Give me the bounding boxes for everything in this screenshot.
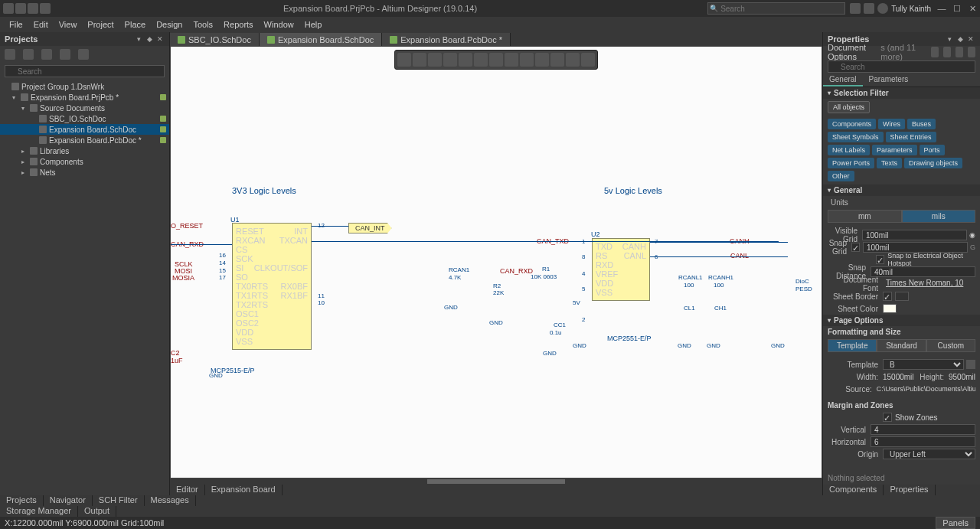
- tree-item[interactable]: ▾Expansion Board.PrjPcb *: [0, 92, 169, 103]
- ab-wire-icon[interactable]: [474, 53, 488, 67]
- tab-components[interactable]: Components: [823, 485, 884, 495]
- sheet-border-color[interactable]: [895, 292, 909, 301]
- filter-other[interactable]: Other: [828, 171, 854, 181]
- menu-tools[interactable]: Tools: [188, 18, 217, 31]
- filter-texts[interactable]: Texts: [877, 158, 902, 168]
- menu-project[interactable]: Project: [83, 18, 118, 31]
- snap-grid-checkbox[interactable]: ✓: [851, 243, 860, 252]
- snap-distance-input[interactable]: [871, 266, 975, 277]
- menu-design[interactable]: Design: [152, 18, 187, 31]
- menu-edit[interactable]: Edit: [29, 18, 53, 31]
- panel-tab[interactable]: SCH Filter: [93, 495, 145, 506]
- save-icon[interactable]: [15, 3, 26, 14]
- filter-drawing-objects[interactable]: Drawing objects: [904, 158, 962, 168]
- show-zones-checkbox[interactable]: ✓: [883, 413, 892, 422]
- filter-power-ports[interactable]: Power Ports: [828, 158, 874, 168]
- ab-bus-icon[interactable]: [489, 53, 503, 67]
- filter-wires[interactable]: Wires: [878, 119, 905, 129]
- tree-item[interactable]: Project Group 1.DsnWrk: [0, 81, 169, 92]
- tree-refresh-icon[interactable]: [60, 49, 70, 60]
- tree-item[interactable]: ▸Nets: [0, 167, 169, 178]
- filter-net-labels[interactable]: Net Labels: [828, 145, 870, 155]
- properties-search-input[interactable]: [828, 60, 975, 73]
- panel-menu-icon[interactable]: ▾: [137, 35, 145, 43]
- visible-grid-input[interactable]: [862, 230, 967, 240]
- sheet-border-checkbox[interactable]: ✓: [883, 292, 892, 301]
- menu-reports[interactable]: Reports: [219, 18, 258, 31]
- h-scrollbar[interactable]: [427, 479, 565, 484]
- panel-tab[interactable]: Navigator: [44, 495, 93, 506]
- vertical-input[interactable]: [871, 424, 975, 435]
- close-button[interactable]: ✕: [968, 4, 977, 13]
- doc-tab[interactable]: Expansion Board.PcbDoc *: [382, 33, 511, 46]
- notif-icon[interactable]: [864, 3, 874, 14]
- tree-item[interactable]: Expansion Board.SchDoc: [0, 124, 169, 135]
- panels-button[interactable]: Panels: [936, 517, 975, 529]
- folder-icon[interactable]: [40, 3, 51, 14]
- panel-tab[interactable]: Messages: [145, 495, 196, 506]
- page-custom[interactable]: Custom: [926, 339, 975, 352]
- horizontal-input[interactable]: [871, 436, 975, 447]
- open-icon[interactable]: [28, 3, 38, 14]
- ab-power-icon[interactable]: [535, 53, 549, 67]
- ab-move-icon[interactable]: [413, 53, 426, 67]
- panel-menu-icon[interactable]: ▾: [948, 35, 956, 43]
- section-general[interactable]: General: [823, 184, 980, 196]
- menu-help[interactable]: Help: [300, 18, 327, 31]
- panel-close-icon[interactable]: ✕: [968, 35, 975, 43]
- menu-file[interactable]: File: [5, 18, 28, 31]
- tree-item[interactable]: ▸Components: [0, 156, 169, 167]
- global-search-input[interactable]: [707, 2, 845, 15]
- panel-pin-icon[interactable]: ◆: [147, 35, 155, 43]
- template-action-icon[interactable]: [966, 360, 975, 369]
- menu-place[interactable]: Place: [120, 18, 151, 31]
- tree-item[interactable]: Expansion Board.PcbDoc *: [0, 135, 169, 145]
- menu-window[interactable]: Window: [260, 18, 299, 31]
- bottom-tab[interactable]: Expansion Board: [205, 485, 283, 495]
- bottom-tab[interactable]: Editor: [170, 485, 205, 495]
- ab-grid-icon[interactable]: [581, 53, 595, 67]
- section-page-options[interactable]: Page Options: [823, 315, 980, 326]
- tree-settings-icon[interactable]: [78, 49, 89, 60]
- doc-tab[interactable]: Expansion Board.SchDoc: [260, 33, 382, 46]
- tree-item[interactable]: SBC_IO.SchDoc: [0, 113, 169, 124]
- tree-compile-icon[interactable]: [41, 49, 52, 60]
- ab-cross-icon[interactable]: [550, 53, 564, 67]
- select-icon[interactable]: [956, 47, 963, 57]
- panel-tab[interactable]: Projects: [0, 495, 44, 506]
- doc-tab[interactable]: SBC_IO.SchDoc: [170, 33, 260, 46]
- origin-select[interactable]: Upper Left: [883, 449, 975, 459]
- units-mils[interactable]: mils: [902, 210, 976, 223]
- tree-item[interactable]: ▸Libraries: [0, 145, 169, 156]
- settings-icon[interactable]: [850, 3, 861, 14]
- units-mm[interactable]: mm: [828, 210, 902, 223]
- tree-home-icon[interactable]: [5, 49, 15, 60]
- visibility-icon[interactable]: ◉: [969, 231, 975, 239]
- doc-font-button[interactable]: Times New Roman, 10: [883, 279, 975, 289]
- tab-parameters[interactable]: Parameters: [863, 75, 915, 87]
- avatar[interactable]: [877, 3, 888, 14]
- minimize-button[interactable]: —: [937, 4, 946, 13]
- ab-port-icon[interactable]: [520, 53, 534, 67]
- filter-all-objects[interactable]: All objects: [828, 101, 870, 113]
- page-template[interactable]: Template: [828, 339, 877, 352]
- filter-sheet-entries[interactable]: Sheet Entries: [886, 132, 936, 142]
- projects-search-input[interactable]: [5, 65, 165, 77]
- schematic-canvas[interactable]: 3V3 Logic Levels 5v Logic Levels U1 RESE…: [171, 47, 822, 478]
- filter-components[interactable]: Components: [828, 119, 876, 129]
- filter-funnel-icon[interactable]: [931, 47, 939, 57]
- ab-align-icon[interactable]: [443, 53, 457, 67]
- component-u2[interactable]: TXDCANHRSCANLRXDVREFVDDVSS: [592, 238, 650, 301]
- filter-parameters[interactable]: Parameters: [872, 145, 917, 155]
- panel-close-icon[interactable]: ✕: [157, 35, 165, 43]
- snap-grid-input[interactable]: [863, 242, 968, 253]
- ab-select-icon[interactable]: [428, 53, 442, 67]
- template-select[interactable]: B: [883, 359, 964, 370]
- component-u1[interactable]: RESETINTRXCANTXCANCSSCKSICLKOUT/SOFSOTX0…: [232, 223, 312, 350]
- filter-dropdown-icon[interactable]: [943, 47, 951, 57]
- menu-view[interactable]: View: [54, 18, 82, 31]
- snap-eo-checkbox[interactable]: ✓: [876, 255, 884, 264]
- filter-sheet-symbols[interactable]: Sheet Symbols: [828, 132, 884, 142]
- maximize-button[interactable]: ☐: [952, 4, 962, 13]
- ab-filter-icon[interactable]: [397, 53, 411, 67]
